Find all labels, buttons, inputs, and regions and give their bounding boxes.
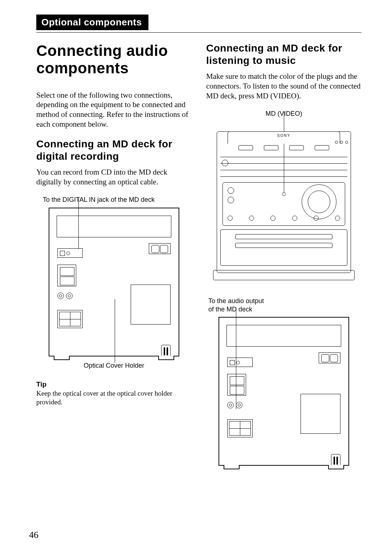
- rca-jacks-icon: [227, 402, 249, 411]
- divider-icon: [220, 163, 347, 164]
- foot-icon: [158, 356, 174, 360]
- subheading-listening: Connecting an MD deck for listening to m…: [206, 42, 362, 66]
- power-cord-icon: [331, 454, 340, 466]
- antenna-terminal-icon: [149, 243, 171, 254]
- two-column-layout: Connecting audio components Select one o…: [36, 36, 362, 471]
- divider-icon: [220, 157, 347, 157]
- caption-digital-in: To the DIGITAL IN jack of the MD deck: [43, 196, 192, 204]
- paragraph-digital-recording: You can record from CD into the MD deck …: [36, 167, 192, 187]
- tape-deck-icon: [220, 229, 347, 266]
- jack-group-icon: [227, 358, 253, 367]
- antenna-terminal-icon: [319, 352, 340, 363]
- foot-icon: [328, 465, 344, 469]
- intro-paragraph: Select one of the following two connecti…: [36, 90, 192, 130]
- button-row-icon: [228, 213, 340, 223]
- jack-group-icon: [57, 265, 76, 286]
- panel-section-icon: [226, 325, 341, 347]
- speaker-terminal-icon: [227, 419, 253, 437]
- subheading-digital-recording: Connecting an MD deck for digital record…: [36, 138, 192, 162]
- tip-text: Keep the optical cover at the optical co…: [36, 389, 192, 407]
- jack-group-icon: [227, 374, 246, 396]
- base-icon: [213, 270, 355, 280]
- speaker-terminal-icon: [57, 310, 83, 328]
- divider-icon: [220, 170, 347, 170]
- foot-icon: [224, 465, 240, 469]
- figure-rear-panel-2: [206, 317, 362, 466]
- caption-audio-output: To the audio output of the MD deck: [208, 297, 362, 313]
- section-tab: Optional components: [36, 15, 148, 30]
- horizontal-rule: [36, 32, 362, 33]
- right-column: Connecting an MD deck for listening to m…: [206, 36, 362, 471]
- manual-page: Optional components Connecting audio com…: [0, 0, 392, 555]
- tip-heading: Tip: [36, 380, 192, 388]
- button-row-icon: [238, 145, 329, 153]
- rca-jacks-icon: [57, 293, 79, 301]
- divider-icon: [220, 176, 347, 177]
- panel-section-icon: [301, 394, 340, 434]
- page-number: 46: [29, 530, 38, 540]
- page-title: Connecting audio components: [36, 42, 192, 77]
- brand-label: SONY: [213, 134, 355, 138]
- foot-icon: [54, 356, 70, 360]
- figure-front-system: SONY: [213, 121, 355, 280]
- paragraph-listening: Make sure to match the color of the plug…: [206, 72, 362, 101]
- power-cord-icon: [161, 345, 171, 357]
- panel-section-icon: [57, 216, 171, 237]
- figure-rear-panel-1: [36, 208, 192, 356]
- indicator-dots-icon: [335, 141, 348, 144]
- left-column: Connecting audio components Select one o…: [36, 36, 192, 471]
- caption-optical-cover: Optical Cover Holder: [36, 362, 192, 370]
- pointer-line-icon: [115, 299, 115, 363]
- jack-group-icon: [57, 248, 83, 258]
- panel-section-icon: [131, 285, 171, 325]
